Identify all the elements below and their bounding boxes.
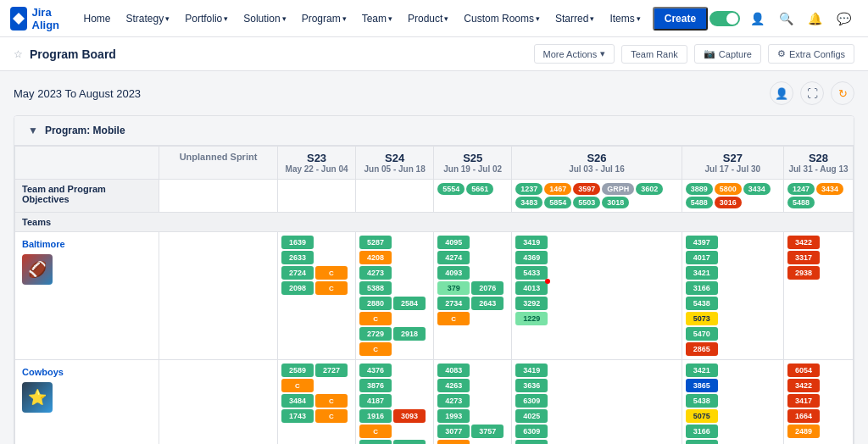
ticket[interactable]: 5438 — [686, 394, 718, 408]
ticket[interactable]: 3419 — [515, 364, 548, 377]
ticket[interactable]: 5433 — [515, 266, 548, 280]
ticket[interactable]: 379 — [437, 281, 470, 295]
nav-solution[interactable]: Solution ▾ — [236, 9, 292, 28]
ticket[interactable]: 4093 — [437, 266, 470, 280]
objective-badge[interactable]: 3889 — [686, 183, 713, 195]
nav-portfolio[interactable]: Portfolio ▾ — [178, 9, 235, 28]
objective-badge[interactable]: GRPH — [602, 183, 634, 195]
ticket[interactable]: C — [315, 281, 348, 295]
objective-badge[interactable]: 1467 — [544, 183, 571, 195]
ticket[interactable]: 4263 — [437, 379, 470, 392]
ticket[interactable]: 3876 — [359, 379, 392, 392]
ticket[interactable]: 2076 — [471, 281, 504, 295]
ticket[interactable]: 5287 — [359, 236, 392, 249]
ticket[interactable]: 3166 — [686, 281, 718, 295]
objective-badge[interactable]: 5554 — [437, 183, 465, 195]
ticket[interactable]: 2938 — [787, 266, 820, 280]
ticket[interactable]: 4273 — [437, 394, 470, 408]
ticket[interactable]: 4369 — [515, 251, 548, 264]
nav-strategy[interactable]: Strategy ▾ — [120, 9, 177, 28]
chat-icon[interactable]: 💬 — [832, 7, 855, 31]
ticket[interactable]: 3421 — [686, 266, 718, 280]
ticket[interactable]: 2597 — [359, 440, 392, 444]
ticket[interactable]: 3422 — [787, 379, 820, 392]
ticket[interactable]: 3422 — [787, 236, 820, 249]
objective-badge[interactable]: 3602 — [636, 183, 663, 195]
nav-home[interactable]: Home — [77, 9, 118, 28]
objective-badge[interactable]: 3018 — [602, 197, 629, 208]
ticket[interactable]: 2489 — [787, 425, 820, 438]
ticket[interactable]: C — [315, 394, 348, 408]
nav-custom-rooms[interactable]: Custom Rooms ▾ — [457, 9, 547, 28]
ticket[interactable]: 4083 — [437, 364, 470, 377]
ticket[interactable]: 2729 — [359, 327, 392, 341]
ticket[interactable]: 6054 — [787, 364, 820, 377]
ticket[interactable]: C — [281, 379, 314, 392]
ticket[interactable]: 4095 — [437, 236, 470, 249]
objective-badge[interactable]: 1247 — [787, 183, 815, 195]
user-icon[interactable]: 👤 — [745, 7, 769, 31]
objective-badge[interactable]: 5488 — [686, 197, 713, 208]
ticket[interactable]: 2633 — [281, 251, 314, 264]
objective-badge[interactable]: 3597 — [573, 183, 600, 195]
ticket[interactable]: 3417 — [787, 394, 820, 408]
person-icon[interactable]: 👤 — [770, 81, 793, 105]
ticket[interactable]: 2734 — [437, 297, 470, 310]
ticket[interactable]: 4376 — [359, 364, 392, 377]
ticket[interactable]: 5470 — [686, 327, 718, 341]
nav-product[interactable]: Product ▾ — [401, 9, 455, 28]
ticket[interactable]: 2589 — [281, 364, 314, 377]
bell-icon[interactable]: 🔔 — [803, 7, 826, 31]
ticket[interactable]: 4017 — [686, 251, 718, 264]
star-icon[interactable]: ☆ — [14, 48, 23, 60]
ticket[interactable]: 3636 — [515, 379, 548, 392]
ticket[interactable]: 3292 — [515, 297, 548, 310]
ticket[interactable]: 4274 — [437, 251, 470, 264]
ticket[interactable]: 1743 — [281, 409, 314, 423]
ticket[interactable]: 1229 — [515, 312, 548, 325]
objective-badge[interactable]: 5661 — [466, 183, 493, 195]
ticket[interactable]: 2880 — [359, 297, 392, 310]
objective-badge[interactable]: 3483 — [515, 197, 542, 208]
ticket[interactable]: 4397 — [686, 236, 718, 249]
ticket[interactable]: C — [315, 409, 348, 423]
ticket[interactable]: 3418 — [393, 440, 426, 444]
ticket[interactable]: C — [359, 342, 392, 356]
team-name-cowboys[interactable]: Cowboys — [22, 367, 152, 377]
team-rank-button[interactable]: Team Rank — [621, 45, 687, 64]
capture-button[interactable]: 📷 Capture — [694, 44, 761, 64]
toggle-switch[interactable] — [709, 11, 740, 26]
ticket[interactable]: 3166 — [686, 425, 718, 438]
ticket[interactable]: 3077 — [437, 425, 470, 438]
nav-starred[interactable]: Starred ▾ — [548, 9, 601, 28]
ticket[interactable]: C — [359, 425, 392, 438]
nav-items[interactable]: Items ▾ — [603, 9, 647, 28]
objective-badge[interactable]: 5488 — [787, 197, 815, 208]
objective-badge[interactable]: 5800 — [715, 183, 742, 195]
ticket[interactable]: 3317 — [787, 251, 820, 264]
refresh-icon[interactable]: ↻ — [831, 81, 854, 105]
ticket[interactable]: 3419 — [515, 236, 548, 249]
ticket[interactable]: 4025 — [515, 409, 548, 423]
fullscreen-icon[interactable]: ⛶ — [800, 81, 824, 105]
ticket[interactable]: C — [437, 440, 470, 444]
objective-badge[interactable]: 5854 — [544, 197, 571, 208]
ticket[interactable]: 5075 — [686, 409, 718, 423]
ticket[interactable]: 5388 — [359, 281, 392, 295]
ticket[interactable]: 2918 — [393, 327, 426, 341]
ticket[interactable]: 1993 — [437, 409, 470, 423]
ticket[interactable]: 6309 — [515, 394, 548, 408]
ticket[interactable]: 5073 — [686, 312, 718, 325]
search-icon[interactable]: 🔍 — [774, 7, 798, 31]
ticket[interactable]: 3757 — [471, 425, 504, 438]
objective-badge[interactable]: 3434 — [816, 183, 843, 195]
ticket[interactable]: 4208 — [359, 251, 392, 264]
ticket[interactable]: 2643 — [471, 297, 504, 310]
ticket[interactable]: 3093 — [393, 409, 426, 423]
ticket[interactable]: 2724 — [281, 266, 314, 280]
ticket[interactable]: 1664 — [787, 409, 820, 423]
objective-badge[interactable]: 1237 — [515, 183, 542, 195]
ticket[interactable]: 1639 — [281, 236, 314, 249]
ticket[interactable]: 4013 — [515, 281, 548, 295]
extra-configs-button[interactable]: ⚙ Extra Configs — [768, 44, 854, 64]
